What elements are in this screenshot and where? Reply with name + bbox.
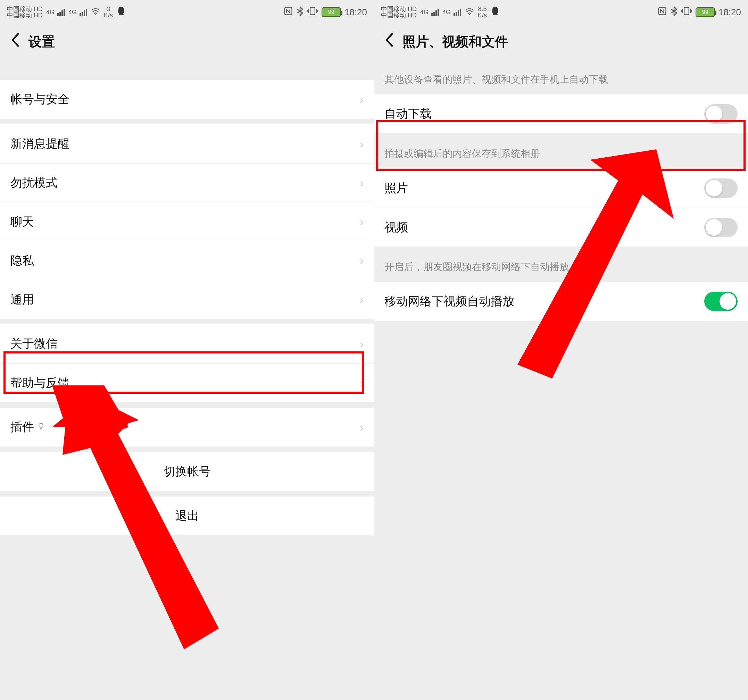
page-title: 照片、视频和文件 (403, 33, 508, 51)
page-title: 设置 (29, 33, 55, 51)
nfc-icon (657, 6, 667, 18)
chevron-right-icon: › (360, 176, 363, 190)
wifi-icon (91, 7, 100, 18)
cell-help[interactable]: 帮助与反馈 › (0, 363, 374, 402)
qq-icon (490, 6, 500, 19)
cell-label: 勿扰模式 (11, 175, 58, 191)
svg-rect-10 (684, 7, 689, 15)
svg-point-8 (469, 14, 470, 15)
clock: 18:20 (719, 7, 741, 18)
cell-label: 聊天 (11, 214, 34, 230)
phone-right-media-settings: 中国移动 HD 中国移动 HD 4G 4G 8.5K/s (374, 0, 748, 700)
chevron-right-icon: › (360, 337, 363, 351)
nav-header: 设置 (0, 24, 374, 59)
chevron-right-icon: › (360, 421, 363, 434)
toggle-auto-download[interactable] (704, 104, 737, 124)
battery-icon: 99 (322, 7, 341, 17)
chevron-right-icon: › (360, 215, 363, 228)
clock: 18:20 (345, 7, 367, 18)
cell-photo[interactable]: 照片 (374, 169, 748, 208)
nav-header: 照片、视频和文件 (374, 24, 748, 59)
battery-icon: 99 (696, 7, 715, 17)
cell-label: 退出 (175, 508, 199, 524)
signal-icon: 4G (46, 9, 65, 16)
qq-icon (116, 6, 126, 19)
chevron-right-icon: › (360, 293, 363, 306)
cell-switch-account[interactable]: 切换帐号 (0, 452, 374, 491)
section-label-save: 拍摄或编辑后的内容保存到系统相册 (374, 133, 748, 169)
phone-left-settings: 中国移动 HD 中国移动 HD 4G 4G 3K/s (0, 0, 374, 700)
cell-label: 自动下载 (385, 106, 432, 122)
chevron-right-icon: › (360, 376, 363, 390)
cell-label: 关于微信 (11, 336, 58, 352)
plugin-bulb-icon (37, 422, 45, 433)
cell-label: 插件 (11, 419, 34, 435)
cell-autoplay[interactable]: 移动网络下视频自动播放 (374, 282, 748, 321)
cell-label: 视频 (385, 219, 408, 235)
cell-dnd[interactable]: 勿扰模式 › (0, 163, 374, 202)
cell-logout[interactable]: 退出 (0, 497, 374, 535)
signal-icon-2: 4G (442, 9, 461, 16)
bluetooth-icon (670, 6, 678, 18)
svg-point-3 (39, 423, 43, 427)
cell-label: 隐私 (11, 253, 34, 269)
section-label-autodl: 其他设备查看的照片、视频和文件在手机上自动下载 (374, 59, 748, 94)
cell-new-message-notify[interactable]: 新消息提醒 › (0, 124, 374, 163)
chevron-right-icon: › (360, 254, 363, 267)
vibrate-icon (681, 6, 692, 18)
back-icon[interactable] (385, 32, 394, 51)
chevron-right-icon: › (360, 137, 363, 151)
toggle-photo[interactable] (704, 178, 737, 198)
toggle-video[interactable] (704, 218, 737, 237)
nfc-icon (283, 6, 293, 18)
cell-auto-download[interactable]: 自动下载 (374, 94, 748, 133)
cell-about[interactable]: 关于微信 › (0, 324, 374, 363)
cell-label: 照片 (385, 180, 408, 196)
signal-icon: 4G (420, 9, 439, 16)
status-bar: 中国移动 HD 中国移动 HD 4G 4G 3K/s (0, 0, 374, 24)
cell-chat[interactable]: 聊天 › (0, 202, 374, 241)
cell-account-security[interactable]: 帐号与安全 › (0, 80, 374, 119)
svg-rect-2 (310, 7, 315, 15)
net-speed: 8.5K/s (478, 6, 487, 18)
chevron-right-icon: › (360, 93, 363, 106)
vibrate-icon (307, 6, 318, 18)
cell-label: 移动网络下视频自动播放 (385, 293, 514, 309)
cell-label: 帮助与反馈 (11, 375, 70, 391)
status-bar: 中国移动 HD 中国移动 HD 4G 4G 8.5K/s (374, 0, 748, 24)
net-speed: 3K/s (104, 6, 113, 18)
toggle-autoplay[interactable] (704, 292, 737, 311)
cell-plugin[interactable]: 插件 › (0, 408, 374, 446)
cell-label: 通用 (11, 292, 34, 308)
signal-icon-2: 4G (68, 9, 87, 16)
cell-label: 切换帐号 (164, 463, 211, 480)
svg-point-0 (95, 14, 96, 15)
carrier-labels: 中国移动 HD 中国移动 HD (7, 6, 43, 18)
carrier-labels: 中国移动 HD 中国移动 HD (381, 6, 417, 18)
cell-label: 帐号与安全 (11, 91, 70, 107)
cell-privacy[interactable]: 隐私 › (0, 241, 374, 280)
wifi-icon (465, 7, 474, 18)
bluetooth-icon (296, 6, 304, 18)
section-label-autoplay: 开启后，朋友圈视频在移动网络下自动播放 (374, 246, 748, 282)
cell-label: 新消息提醒 (11, 136, 70, 152)
back-icon[interactable] (11, 32, 20, 51)
cell-video[interactable]: 视频 (374, 208, 748, 246)
cell-general[interactable]: 通用 › (0, 280, 374, 319)
